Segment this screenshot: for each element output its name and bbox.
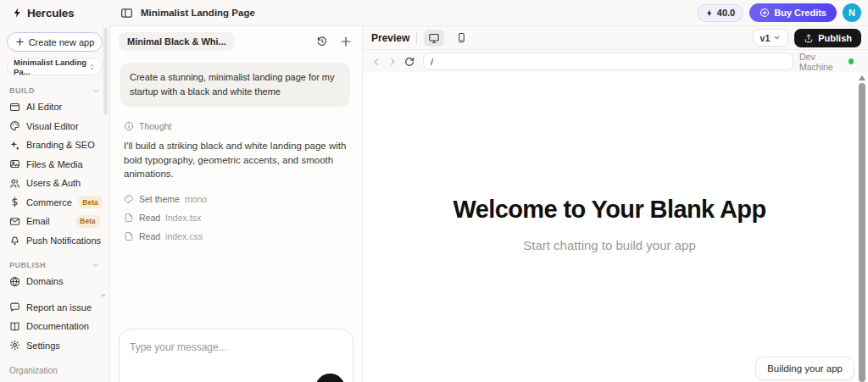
plus-icon [15,37,25,47]
chat-bubble-icon [9,302,20,313]
sidebar-item-label: Documentation [26,321,89,331]
preview-label: Preview [371,32,409,44]
project-selector-value: Minimalist Landing Pa... [14,58,88,76]
chat-tab[interactable]: Minimal Black & Whi... [119,32,235,51]
sidebar-item-label: AI Editor [26,102,62,112]
tool-arg: index.css [165,231,203,241]
environment-label: Dev Machine [799,52,844,72]
tool-call-read-index-tsx[interactable]: Read Index.tsx [124,208,348,227]
publish-section-label: PUBLISH [9,261,46,269]
tool-call-read-index-css[interactable]: Read index.css [124,227,348,246]
upload-icon [804,33,814,43]
sidebar-scrollbar-thumb[interactable] [103,28,108,115]
sidebar-item-files-media[interactable]: Files & Media [7,155,103,174]
scroll-down-chevron-icon[interactable] [99,291,107,299]
palette-icon [9,120,20,131]
sidebar: Create new app Minimalist Landing Pa... … [0,25,110,382]
publish-label: Publish [818,33,852,43]
chevron-down-icon [92,261,100,269]
url-input[interactable] [431,57,786,67]
browser-window-icon [9,102,20,113]
sidebar-item-label: Domains [26,276,63,286]
tool-arg: mono [185,194,207,204]
thought-info-icon [124,121,134,131]
preview-heading: Welcome to Your Blank App [363,196,856,224]
chevron-down-icon [773,34,781,42]
build-section-header[interactable]: BUILD [9,86,100,95]
sidebar-item-ai-editor[interactable]: AI Editor [7,97,103,117]
publish-section-header[interactable]: PUBLISH [9,261,100,269]
sidebar-item-push-notifications[interactable]: Push Notifications [7,231,103,251]
credits-balance[interactable]: 40.0 [697,4,743,22]
url-bar[interactable] [423,53,793,70]
scrollbar-up-arrow[interactable] [859,75,865,80]
buy-credits-label: Buy Credits [774,8,826,18]
new-chat-plus-icon[interactable] [340,36,352,47]
sidebar-item-documentation[interactable]: Documentation [7,317,103,336]
sidebar-item-commerce[interactable]: Commerce Beta [7,193,103,213]
create-new-app-button[interactable]: Create new app [7,32,103,52]
version-dropdown[interactable]: v1 [753,29,789,47]
sidebar-item-label: Branding & SEO [26,140,95,150]
file-icon [124,213,134,223]
publish-button[interactable]: Publish [794,29,861,47]
chevron-right-icon [387,57,398,67]
nav-forward-button[interactable] [387,57,398,67]
organization-label: Organization [7,366,103,377]
sidebar-item-label: Push Notifications [26,235,101,246]
sidebar-item-visual-editor[interactable]: Visual Editor [7,117,103,136]
preview-viewport: Welcome to Your Blank App Start chatting… [363,73,868,382]
nav-back-button[interactable] [371,57,381,67]
preview-subheading: Start chatting to build your app [363,238,856,252]
page-title: Minimalist Landing Page [141,8,255,18]
sidebar-item-domains[interactable]: Domains [7,272,103,291]
message-input[interactable] [130,341,342,353]
tool-action-label: Read [139,213,160,223]
credits-value: 40.0 [717,8,735,18]
monitor-icon [428,32,440,44]
assistant-message: I'll build a striking black and white la… [124,139,348,181]
mobile-view-button[interactable] [451,30,471,47]
sidebar-item-users-auth[interactable]: Users & Auth [7,174,103,193]
tool-call-set-theme[interactable]: Set theme mono [124,190,348,208]
history-icon[interactable] [316,36,328,47]
tool-arg: Index.tsx [165,213,201,223]
project-selector[interactable]: Minimalist Landing Pa... [7,58,103,75]
book-icon [9,321,20,332]
buy-credits-button[interactable]: Buy Credits [749,3,837,22]
app-name: Hercules [27,7,74,19]
beta-badge: Beta [78,196,103,208]
sidebar-item-branding-seo[interactable]: Branding & SEO [7,136,103,155]
sidebar-item-label: Email [26,216,50,226]
stop-generation-button[interactable] [315,374,345,382]
preview-panel: Preview v1 Publish [363,25,868,382]
gear-icon [9,340,20,351]
sparkles-icon [9,140,20,151]
panel-toggle-icon[interactable] [120,7,133,19]
sidebar-item-report-issue[interactable]: Report an issue [7,298,103,318]
mail-icon [9,216,20,227]
chevron-down-icon [92,86,100,95]
users-icon [9,178,20,189]
desktop-view-button[interactable] [424,30,444,47]
user-avatar[interactable]: N [843,3,861,22]
palette-icon [124,194,134,204]
preview-scrollbar[interactable] [856,73,868,382]
sidebar-item-label: Commerce [26,197,72,208]
beta-badge: Beta [75,215,100,228]
online-status-dot [849,58,854,64]
tool-action-label: Set theme [139,194,180,204]
scrollbar-thumb[interactable] [859,83,865,382]
environment-status: Dev Machine [799,52,860,72]
sidebar-item-label: Files & Media [26,159,83,169]
chat-panel: Minimal Black & Whi... Create a stunning… [110,25,363,382]
sidebar-item-email[interactable]: Email Beta [7,212,103,231]
app-logo: Hercules [0,7,110,19]
thought-row[interactable]: Thought [124,121,348,131]
create-new-app-label: Create new app [29,37,95,47]
top-bar: Hercules Minimalist Landing Page 40.0 Bu… [0,0,868,25]
bell-icon [9,235,20,246]
tool-action-label: Read [139,231,160,241]
refresh-button[interactable] [403,56,415,68]
sidebar-item-settings[interactable]: Settings [7,336,103,356]
